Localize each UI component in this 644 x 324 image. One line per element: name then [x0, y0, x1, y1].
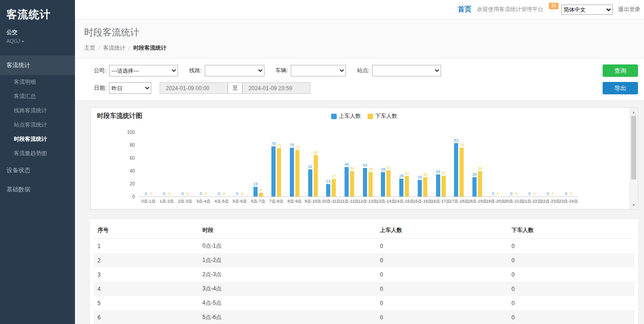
- chart-body: 020406080100 000000000000156787576724264…: [91, 122, 638, 206]
- bar-wrap: 19: [326, 133, 331, 197]
- table-cell: 0: [508, 310, 634, 324]
- table-cell: 2点-3点: [199, 267, 376, 282]
- chart-title: 时段车流统计图: [97, 112, 142, 119]
- table-cell: 0: [508, 296, 634, 310]
- org-code: AQGJ: [6, 38, 20, 44]
- bar-group: 00: [505, 133, 523, 197]
- x-tick-label: 10点-11点: [322, 198, 340, 204]
- home-link[interactable]: 首页: [458, 5, 472, 14]
- bar-group: 4264: [304, 133, 322, 197]
- station-select[interactable]: [372, 65, 441, 76]
- bar-group: 3432: [431, 133, 450, 197]
- vehicle-label: 车辆:: [276, 67, 288, 75]
- sidebar-item[interactable]: 客流量趋势图: [0, 146, 75, 161]
- bar-value-label: 32: [441, 171, 446, 175]
- legend-swatch-icon: [331, 114, 337, 119]
- bar-wrap: 34: [436, 133, 440, 197]
- bar-value-label: 0: [565, 191, 567, 196]
- sidebar-menu: 客流统计客流明细客流汇总线路客流统计站点客流统计时段客流统计客流量趋势图设备状态…: [0, 56, 75, 199]
- bar-wrap: 0: [551, 133, 555, 197]
- bar-wrap: 41: [386, 133, 391, 197]
- bar-wrap: 28: [399, 133, 404, 197]
- x-tick-label: 11点-12点: [340, 198, 359, 204]
- bar-wrap: 0: [569, 133, 573, 197]
- breadcrumb-link[interactable]: 客流统计: [103, 44, 125, 52]
- bar-wrap: 44: [362, 133, 367, 197]
- sidebar-item[interactable]: 站点客流统计: [0, 118, 75, 132]
- org-selector[interactable]: AQGJ▾: [6, 38, 69, 44]
- language-select[interactable]: 简体中文: [561, 5, 613, 15]
- bar-wrap: 0: [180, 133, 184, 197]
- bar-wrap: 0: [162, 133, 167, 197]
- date-label: 日期:: [94, 84, 106, 92]
- table-row: 65点-6点00: [94, 310, 634, 324]
- x-tick-label: 21点-22点: [523, 198, 541, 204]
- x-tick-label: 22点-23点: [541, 198, 559, 204]
- vehicle-select[interactable]: [291, 65, 346, 76]
- top-header: 首页 欢迎使用客流统计管理平台 34 简体中文 退出登录: [75, 0, 644, 19]
- bar-wrap: 27: [332, 133, 336, 197]
- x-tick-label: 19点-20点: [486, 198, 505, 204]
- bar-wrap: 0: [144, 133, 148, 197]
- bar-wrap: 42: [308, 133, 312, 197]
- scrollbar-thumb[interactable]: [631, 116, 636, 179]
- bar-value-label: 76: [460, 143, 464, 147]
- x-tick-label: 16点-17点: [431, 198, 450, 204]
- bar-group: 7672: [286, 133, 304, 197]
- legend-item[interactable]: 下车人数: [368, 112, 397, 120]
- x-tick-label: 2点-3点: [176, 198, 194, 204]
- bar-value-label: 0: [529, 191, 531, 196]
- bar-value-label: 28: [399, 174, 404, 178]
- notification-badge[interactable]: 34: [549, 3, 558, 9]
- sidebar-item[interactable]: 基础数据: [0, 180, 75, 199]
- bars-area: 0000000000001567875767242641927463944383…: [139, 133, 578, 197]
- date-from-input[interactable]: [160, 82, 228, 94]
- filter-panel: 公司: ---请选择--- 线路: 车辆: 站点: 查询 日期: 昨日 至 导出: [75, 58, 644, 101]
- bar-value-label: 6: [260, 188, 262, 192]
- bar-value-label: 64: [313, 150, 318, 155]
- bar-group: 00: [194, 133, 213, 197]
- bar: [308, 169, 312, 197]
- bar: [405, 176, 409, 197]
- bar-group: 156: [249, 133, 267, 197]
- breadcrumb-current: 时段客流统计: [133, 44, 167, 52]
- bar-wrap: 0: [514, 133, 518, 197]
- bar-value-label: 0: [168, 191, 171, 196]
- bar-wrap: 0: [167, 133, 172, 197]
- scroll-down-icon[interactable]: ▼: [630, 201, 637, 208]
- sidebar-item[interactable]: 设备状态: [0, 161, 75, 180]
- date-preset-select[interactable]: 昨日: [109, 82, 151, 94]
- bar-value-label: 0: [497, 191, 499, 196]
- bar-value-label: 0: [186, 191, 189, 196]
- logout-link[interactable]: 退出登录: [618, 6, 640, 13]
- bar-wrap: 76: [460, 133, 464, 197]
- bar-value-label: 15: [253, 182, 258, 186]
- station-label: 站点:: [357, 67, 369, 75]
- sidebar-item[interactable]: 客流汇总: [0, 89, 75, 104]
- line-select[interactable]: [205, 65, 264, 76]
- query-button[interactable]: 查询: [603, 64, 638, 77]
- table-cell: 0: [376, 253, 508, 267]
- date-to-input[interactable]: [242, 82, 310, 94]
- x-tick-label: 0点-1点: [139, 198, 158, 204]
- legend-item[interactable]: 上车人数: [331, 112, 361, 120]
- table-row: 32点-3点00: [94, 267, 634, 282]
- breadcrumb-link[interactable]: 主页: [84, 44, 95, 52]
- scrollbar-track[interactable]: [630, 116, 637, 201]
- export-button[interactable]: 导出: [603, 82, 638, 94]
- scroll-up-icon[interactable]: ▲: [630, 108, 637, 116]
- table-cell: 5点-6点: [199, 310, 376, 324]
- sidebar-item[interactable]: 客流明细: [0, 75, 75, 89]
- brand-block: 客流统计 公交 AQGJ▾: [0, 0, 75, 44]
- chart-scrollbar[interactable]: ▲ ▼: [630, 108, 637, 208]
- bar: [442, 176, 446, 197]
- sidebar-item[interactable]: 客流统计: [0, 56, 75, 75]
- company-select[interactable]: ---请选择---: [109, 65, 178, 76]
- sidebar-item[interactable]: 线路客流统计: [0, 104, 75, 118]
- x-tick-label: 1点-2点: [158, 198, 176, 204]
- bar-value-label: 44: [362, 163, 367, 168]
- bar-group: 7875: [267, 133, 286, 197]
- sidebar-item[interactable]: 时段客流统计: [0, 132, 75, 146]
- x-tick-label: 8点-9点: [286, 198, 304, 204]
- breadcrumb-separator: /: [98, 45, 100, 52]
